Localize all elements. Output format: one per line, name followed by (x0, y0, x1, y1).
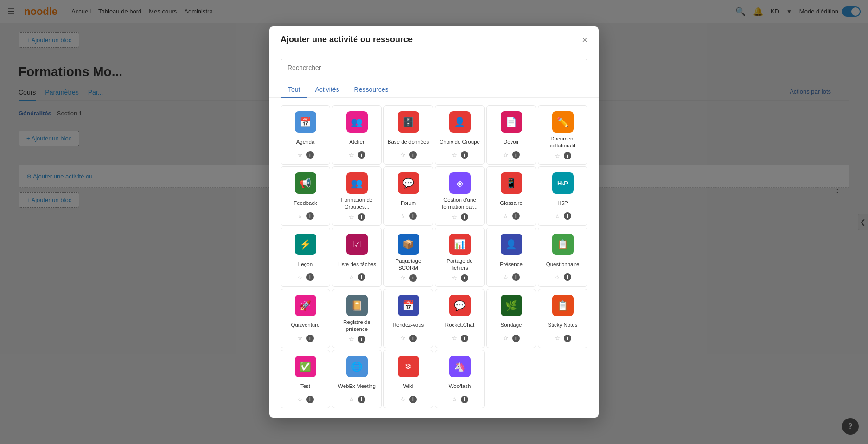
activity-name: Leçon (298, 258, 313, 271)
favorite-star[interactable]: ☆ (297, 396, 303, 403)
favorite-star[interactable]: ☆ (297, 274, 303, 281)
favorite-star[interactable]: ☆ (503, 213, 509, 220)
activity-item[interactable]: ⚡Leçon☆i (281, 228, 330, 287)
info-icon[interactable]: i (461, 213, 468, 221)
info-icon[interactable]: i (409, 396, 417, 403)
info-icon[interactable]: i (409, 274, 417, 282)
favorite-star[interactable]: ☆ (349, 274, 354, 281)
activity-item[interactable]: ❄Wiki☆i (383, 350, 433, 408)
favorite-star[interactable]: ☆ (503, 152, 509, 159)
info-icon[interactable]: i (358, 396, 365, 403)
info-icon[interactable]: i (306, 151, 314, 159)
favorite-star[interactable]: ☆ (452, 152, 457, 159)
favorite-star[interactable]: ☆ (400, 213, 406, 220)
activity-item[interactable]: ☑Liste des tâches☆i (332, 228, 382, 287)
info-icon[interactable]: i (306, 335, 314, 342)
info-icon[interactable]: i (461, 274, 468, 282)
info-icon[interactable]: i (306, 273, 314, 281)
favorite-star[interactable]: ☆ (555, 335, 560, 342)
activity-item[interactable]: 💬Rocket.Chat☆i (435, 289, 485, 348)
info-icon[interactable]: i (409, 335, 417, 342)
favorite-star[interactable]: ☆ (400, 274, 406, 281)
favorite-star[interactable]: ☆ (452, 396, 457, 403)
activity-name: Test (300, 380, 310, 393)
favorite-star[interactable]: ☆ (555, 152, 560, 159)
activity-item[interactable]: 👥Formation de Groupes...☆i (332, 166, 382, 226)
activity-item[interactable]: H₅PH5P☆i (538, 166, 587, 226)
activity-item[interactable]: 📋Sticky Notes☆i (538, 289, 587, 348)
info-icon[interactable]: i (306, 212, 314, 220)
activity-icon: 👥 (346, 111, 368, 133)
activity-item[interactable]: 📢Feedback☆i (281, 166, 330, 226)
activity-item[interactable]: 👤Choix de Groupe☆i (435, 105, 485, 165)
favorite-star[interactable]: ☆ (400, 152, 406, 159)
info-icon[interactable]: i (564, 212, 571, 220)
favorite-star[interactable]: ☆ (349, 336, 354, 343)
activity-icon: 📅 (295, 111, 316, 133)
info-icon[interactable]: i (512, 335, 520, 342)
favorite-star[interactable]: ☆ (555, 274, 560, 281)
activity-item[interactable]: 👤Présence☆i (486, 228, 536, 287)
favorite-star[interactable]: ☆ (297, 213, 303, 220)
activity-item[interactable]: 🚀Quizventure☆i (281, 289, 330, 348)
info-icon[interactable]: i (358, 151, 365, 159)
favorite-star[interactable]: ☆ (503, 335, 509, 342)
activity-icon: ◈ (449, 172, 471, 194)
favorite-star[interactable]: ☆ (297, 335, 303, 342)
info-icon[interactable]: i (512, 273, 520, 281)
modal-close-button[interactable]: × (582, 35, 587, 44)
favorite-star[interactable]: ☆ (297, 152, 303, 159)
tab-ressources[interactable]: Ressources (347, 82, 396, 98)
info-icon[interactable]: i (306, 396, 314, 403)
favorite-star[interactable]: ☆ (349, 152, 354, 159)
info-icon[interactable]: i (358, 336, 365, 343)
info-icon[interactable]: i (461, 396, 468, 403)
info-icon[interactable]: i (409, 212, 417, 220)
favorite-star[interactable]: ☆ (503, 274, 509, 281)
activity-name: Atelier (349, 135, 364, 148)
activity-item[interactable]: 👥Atelier☆i (332, 105, 382, 165)
activity-item[interactable]: 💬Forum☆i (383, 166, 433, 226)
activity-item[interactable]: 🦄Wooflash☆i (435, 350, 485, 408)
activity-name: Présence (500, 258, 523, 271)
info-icon[interactable]: i (564, 273, 571, 281)
info-icon[interactable]: i (358, 273, 365, 281)
favorite-star[interactable]: ☆ (349, 214, 354, 221)
activity-item[interactable]: 📋Questionnaire☆i (538, 228, 587, 287)
favorite-star[interactable]: ☆ (349, 396, 354, 403)
tab-tout[interactable]: Tout (281, 82, 307, 98)
activity-item[interactable]: 📊Partage de fichiers☆i (435, 228, 485, 287)
favorite-star[interactable]: ☆ (555, 213, 560, 220)
info-icon[interactable]: i (461, 151, 468, 159)
favorite-star[interactable]: ☆ (400, 396, 406, 403)
activity-icon: 📱 (501, 172, 522, 194)
activity-item[interactable]: 📅Agenda☆i (281, 105, 330, 165)
tab-activites[interactable]: Activités (307, 82, 346, 98)
activity-item[interactable]: ✏️Document collaboratif☆i (538, 105, 587, 165)
info-icon[interactable]: i (409, 151, 417, 159)
favorite-star[interactable]: ☆ (400, 335, 406, 342)
search-input[interactable] (281, 59, 587, 76)
activity-actions: ☆i (349, 396, 365, 403)
activity-item[interactable]: ✅Test☆i (281, 350, 330, 408)
activity-item[interactable]: 📔Registre de présence☆i (332, 289, 382, 348)
activity-item[interactable]: ◈Gestion d'une formation par...☆i (435, 166, 485, 226)
info-icon[interactable]: i (512, 151, 520, 159)
info-icon[interactable]: i (564, 335, 571, 342)
info-icon[interactable]: i (512, 212, 520, 220)
activity-name: Sticky Notes (548, 319, 578, 332)
favorite-star[interactable]: ☆ (452, 274, 457, 281)
favorite-star[interactable]: ☆ (452, 335, 457, 342)
info-icon[interactable]: i (461, 335, 468, 342)
info-icon[interactable]: i (564, 152, 571, 159)
favorite-star[interactable]: ☆ (452, 214, 457, 221)
activity-item[interactable]: 🗄️Base de données☆i (383, 105, 433, 165)
activity-actions: ☆i (400, 396, 417, 403)
activity-item[interactable]: 🌿Sondage☆i (486, 289, 536, 348)
activity-item[interactable]: 📅Rendez-vous☆i (383, 289, 433, 348)
activity-item[interactable]: 🌐WebEx Meeting☆i (332, 350, 382, 408)
activity-item[interactable]: 📦Paquetage SCORM☆i (383, 228, 433, 287)
activity-item[interactable]: 📄Devoir☆i (486, 105, 536, 165)
activity-item[interactable]: 📱Glossaire☆i (486, 166, 536, 226)
info-icon[interactable]: i (358, 213, 365, 221)
